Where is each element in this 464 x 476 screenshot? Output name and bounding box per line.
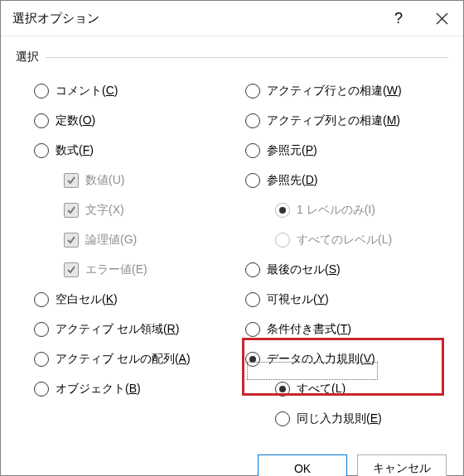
option-col-diff[interactable]: アクティブ列との相違(M) bbox=[245, 106, 448, 136]
group-label: 選択 bbox=[16, 50, 39, 65]
option-label: 条件付き書式(T) bbox=[267, 322, 351, 337]
radio-icon bbox=[245, 292, 260, 307]
option-label: 最後のセル(S) bbox=[267, 262, 341, 277]
radio-icon bbox=[245, 262, 260, 277]
option-formula-text: 文字(X) bbox=[34, 195, 237, 225]
checkbox-icon bbox=[64, 203, 79, 218]
option-dv-same[interactable]: 同じ入力規則(E) bbox=[245, 404, 448, 434]
option-label: オブジェクト(B) bbox=[56, 382, 141, 397]
option-label: 定数(O) bbox=[56, 113, 95, 128]
radio-icon bbox=[34, 143, 49, 158]
radio-icon bbox=[245, 322, 260, 337]
option-label: アクティブ セル領域(R) bbox=[56, 322, 179, 337]
option-precedents[interactable]: 参照元(P) bbox=[245, 136, 448, 166]
option-region[interactable]: アクティブ セル領域(R) bbox=[34, 315, 237, 344]
radio-icon bbox=[34, 84, 49, 99]
radio-icon bbox=[245, 143, 260, 158]
option-formula-number: 数値(U) bbox=[34, 166, 237, 195]
option-last-cell[interactable]: 最後のセル(S) bbox=[245, 255, 448, 285]
left-column: コメント(C) 定数(O) 数式(F) 数値(U) 文字(X) bbox=[16, 76, 237, 434]
option-blanks[interactable]: 空白セル(K) bbox=[34, 285, 237, 315]
help-icon: ? bbox=[394, 11, 403, 26]
option-formula[interactable]: 数式(F) bbox=[34, 136, 237, 166]
option-label: 空白セル(K) bbox=[56, 292, 118, 307]
option-dep-1level: 1 レベルのみ(I) bbox=[245, 195, 448, 225]
option-label: データの入力規則(V) bbox=[267, 352, 375, 367]
radio-icon bbox=[275, 233, 290, 248]
option-label: エラー値(E) bbox=[85, 262, 147, 277]
option-label: 数値(U) bbox=[85, 173, 124, 188]
option-label: 1 レベルのみ(I) bbox=[297, 203, 375, 218]
button-row: OK キャンセル bbox=[16, 440, 448, 476]
option-label: すべてのレベル(L) bbox=[297, 233, 392, 248]
option-label: 同じ入力規則(E) bbox=[297, 411, 382, 426]
option-label: すべて(L) bbox=[297, 382, 346, 397]
ok-button[interactable]: OK bbox=[258, 454, 347, 476]
radio-icon bbox=[245, 113, 260, 128]
radio-icon bbox=[245, 84, 260, 99]
option-label: 可視セル(Y) bbox=[267, 292, 329, 307]
radio-icon bbox=[275, 382, 290, 397]
option-visible[interactable]: 可視セル(Y) bbox=[245, 285, 448, 315]
option-label: アクティブ行との相違(W) bbox=[267, 84, 402, 99]
option-label: 参照元(P) bbox=[267, 143, 317, 158]
radio-icon bbox=[34, 292, 49, 307]
help-button[interactable]: ? bbox=[377, 1, 420, 36]
radio-icon bbox=[34, 352, 49, 367]
option-label: コメント(C) bbox=[56, 84, 118, 99]
option-label: 数式(F) bbox=[56, 143, 94, 158]
option-label: アクティブ セルの配列(A) bbox=[56, 352, 191, 367]
right-column: アクティブ行との相違(W) アクティブ列との相違(M) 参照元(P) 参照先(D… bbox=[245, 76, 448, 434]
radio-icon bbox=[34, 113, 49, 128]
cancel-button[interactable]: キャンセル bbox=[357, 454, 447, 476]
dialog-body: 選択 コメント(C) 定数(O) 数式(F) bbox=[1, 36, 463, 476]
option-objects[interactable]: オブジェクト(B) bbox=[34, 374, 237, 404]
option-data-validation[interactable]: データの入力規則(V) bbox=[245, 344, 448, 374]
option-array[interactable]: アクティブ セルの配列(A) bbox=[34, 344, 237, 374]
option-dv-all[interactable]: すべて(L) bbox=[245, 374, 448, 404]
group-separator bbox=[46, 57, 448, 58]
checkbox-icon bbox=[64, 233, 79, 248]
options-columns: コメント(C) 定数(O) 数式(F) 数値(U) 文字(X) bbox=[16, 76, 448, 434]
option-constant[interactable]: 定数(O) bbox=[34, 106, 237, 136]
radio-icon bbox=[34, 322, 49, 337]
radio-icon bbox=[34, 382, 49, 397]
radio-icon bbox=[245, 173, 260, 188]
option-dep-all: すべてのレベル(L) bbox=[245, 225, 448, 255]
option-comment[interactable]: コメント(C) bbox=[34, 76, 237, 106]
option-formula-logical: 論理値(G) bbox=[34, 225, 237, 255]
option-formula-error: エラー値(E) bbox=[34, 255, 237, 285]
dialog-title: 選択オプション bbox=[12, 11, 377, 26]
close-icon bbox=[436, 12, 448, 25]
radio-icon bbox=[245, 352, 260, 367]
close-button[interactable] bbox=[420, 1, 463, 36]
option-label: アクティブ列との相違(M) bbox=[267, 113, 400, 128]
group-header: 選択 bbox=[16, 50, 448, 65]
option-label: 論理値(G) bbox=[85, 233, 137, 248]
checkbox-icon bbox=[64, 173, 79, 188]
option-cond-fmt[interactable]: 条件付き書式(T) bbox=[245, 315, 448, 344]
checkbox-icon bbox=[64, 262, 79, 277]
goto-special-dialog: 選択オプション ? 選択 コメント(C) 定数(O) bbox=[0, 0, 464, 476]
option-label: 文字(X) bbox=[85, 203, 124, 218]
radio-icon bbox=[275, 203, 290, 218]
option-row-diff[interactable]: アクティブ行との相違(W) bbox=[245, 76, 448, 106]
option-label: 参照先(D) bbox=[267, 173, 317, 188]
option-dependents[interactable]: 参照先(D) bbox=[245, 166, 448, 195]
radio-icon bbox=[275, 411, 290, 426]
titlebar: 選択オプション ? bbox=[1, 1, 463, 36]
